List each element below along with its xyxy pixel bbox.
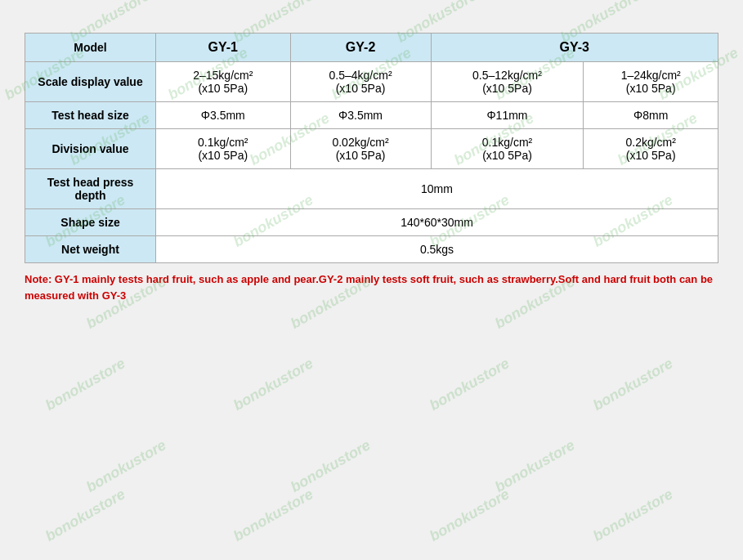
test-head-size-label: Test head size bbox=[25, 102, 156, 129]
scale-display-label: Scale display value bbox=[25, 62, 156, 102]
division-value-gy2: 0.02kg/cm² (x10 5Pa) bbox=[290, 129, 431, 169]
division-value-gy3b: 0.2kg/cm² (x10 5Pa) bbox=[584, 129, 718, 169]
note-text: Note: GY-1 mainly tests hard fruit, such… bbox=[25, 273, 713, 302]
net-weight-row: Net weight 0.5kgs bbox=[25, 236, 718, 263]
test-head-size-row: Test head size Φ3.5mm Φ3.5mm Φ11mm Φ8mm bbox=[25, 102, 718, 129]
gy1-header: GY-1 bbox=[156, 34, 291, 62]
main-content: Model GY-1 GY-2 GY-3 Scale display value… bbox=[0, 0, 743, 320]
note-section: Note: GY-1 mainly tests hard fruit, such… bbox=[25, 271, 718, 303]
scale-display-gy3b: 1–24kg/cm² (x10 5Pa) bbox=[584, 62, 718, 102]
division-value-label: Division value bbox=[25, 129, 156, 169]
net-weight-value: 0.5kgs bbox=[156, 236, 718, 263]
model-header: Model bbox=[25, 34, 156, 62]
test-head-press-label: Test head press depth bbox=[25, 169, 156, 209]
spec-table: Model GY-1 GY-2 GY-3 Scale display value… bbox=[25, 33, 718, 263]
test-head-size-gy1: Φ3.5mm bbox=[156, 102, 291, 129]
net-weight-label: Net weight bbox=[25, 236, 156, 263]
test-head-press-value: 10mm bbox=[156, 169, 718, 209]
division-value-gy3a: 0.1kg/cm² (x10 5Pa) bbox=[431, 129, 584, 169]
test-head-size-gy3b: Φ8mm bbox=[584, 102, 718, 129]
gy2-header: GY-2 bbox=[290, 34, 431, 62]
gy3-header: GY-3 bbox=[431, 34, 718, 62]
scale-display-gy3a: 0.5–12kg/cm² (x10 5Pa) bbox=[431, 62, 584, 102]
shape-size-value: 140*60*30mm bbox=[156, 209, 718, 236]
scale-display-gy1: 2–15kg/cm² (x10 5Pa) bbox=[156, 62, 291, 102]
shape-size-row: Shape size 140*60*30mm bbox=[25, 209, 718, 236]
test-head-press-row: Test head press depth 10mm bbox=[25, 169, 718, 209]
shape-size-label: Shape size bbox=[25, 209, 156, 236]
scale-display-gy2: 0.5–4kg/cm² (x10 5Pa) bbox=[290, 62, 431, 102]
test-head-size-gy3a: Φ11mm bbox=[431, 102, 584, 129]
division-value-row: Division value 0.1kg/cm² (x10 5Pa) 0.02k… bbox=[25, 129, 718, 169]
division-value-gy1: 0.1kg/cm² (x10 5Pa) bbox=[156, 129, 291, 169]
scale-display-row: Scale display value 2–15kg/cm² (x10 5Pa)… bbox=[25, 62, 718, 102]
test-head-size-gy2: Φ3.5mm bbox=[290, 102, 431, 129]
